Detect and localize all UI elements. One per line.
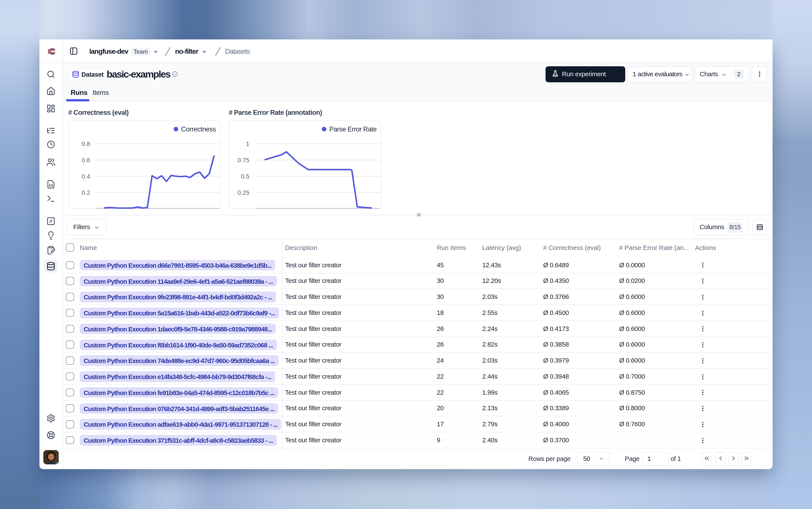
svg-text:1: 1 bbox=[246, 140, 249, 147]
svg-text:0.8: 0.8 bbox=[81, 140, 90, 147]
svg-text:0.2: 0.2 bbox=[81, 189, 90, 196]
svg-text:0.25: 0.25 bbox=[237, 189, 249, 196]
svg-text:0.6: 0.6 bbox=[81, 157, 90, 163]
svg-text:Parse Error Rate: Parse Error Rate bbox=[329, 125, 376, 133]
svg-text:Correctness: Correctness bbox=[181, 125, 216, 133]
svg-text:0.4: 0.4 bbox=[81, 173, 90, 179]
svg-text:0.75: 0.75 bbox=[237, 157, 249, 163]
svg-text:0.5: 0.5 bbox=[241, 173, 249, 179]
